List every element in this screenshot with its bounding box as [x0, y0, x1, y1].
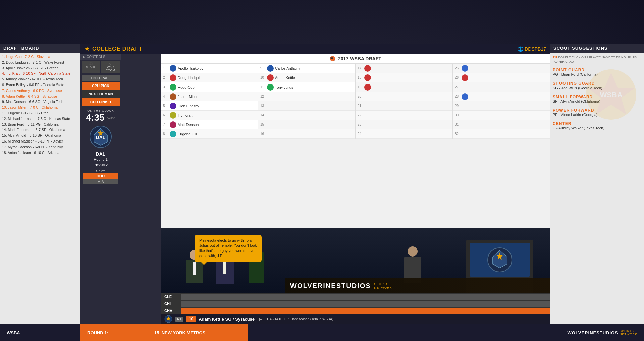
draft-board-item[interactable]: 6. Byron Bailey - 6-0 PF - Georgia State — [2, 82, 78, 88]
scout-position-player[interactable]: C - Aubrey Walker (Texas Tech) — [553, 126, 641, 130]
draft-board-item[interactable]: 16. Michael Madison - 6-10 PF - Xavier — [2, 138, 78, 144]
draft-row: 20 — [356, 92, 452, 101]
draft-row[interactable]: 8Eugene Gill — [161, 129, 258, 139]
player-name[interactable]: Hugo Cop — [178, 85, 195, 89]
draft-row[interactable]: 7Matt Denson — [161, 120, 258, 129]
speech-text: Minnesota elects to go with Tony Julius … — [199, 238, 257, 258]
controls-title: CONTROLS — [87, 55, 105, 59]
draft-row[interactable]: 2Doug Lindquist — [161, 73, 258, 82]
pick-number: 10 — [260, 76, 267, 79]
player-name[interactable]: Dion Grigsby — [178, 104, 199, 108]
draft-board-item[interactable]: 3. Apollo Tsakolov - 6-7 SF - Greece — [2, 65, 78, 71]
college-draft-label: COLLEGE DRAFT — [92, 46, 142, 52]
scout-tip: TIP DOUBLE CLICK ON A PLAYER NAME TO BRI… — [553, 55, 641, 64]
pick-number: Pick #12 — [82, 162, 119, 168]
team-icon — [267, 84, 274, 91]
wsba-draft-header: 🏀 2017 WSBA DRAFT — [161, 54, 550, 64]
team-icon — [170, 131, 176, 137]
cpu-finish-button[interactable]: CPU FINISH — [82, 98, 120, 106]
clock-panel: ON THE CLOCK 4:35 PAUSE DAL — [80, 106, 121, 187]
ticker-row-cle: CLE — [161, 293, 550, 300]
draft-board-item[interactable]: 12. Michael Johnson - 7-3 C - Kansas Sta… — [2, 116, 78, 122]
player-name[interactable]: Carlos Anthony — [275, 66, 300, 70]
pick-number: 12 — [260, 95, 267, 98]
team-icon — [170, 84, 176, 91]
draft-board-item[interactable]: 9. Matt Denson - 6-6 SG - Virginia Tech — [2, 99, 78, 105]
draft-board-item[interactable]: 7. Carlos Anthony - 6-0 PG - Syracuse — [2, 88, 78, 94]
wsba-draft-title: 2017 WSBA DRAFT — [338, 56, 381, 61]
controls-panel: ▶ CONTROLS 🎥 STAGE 📞 WAR ROOM END D — [80, 54, 121, 106]
draft-board-item[interactable]: 4. T.J. Kraft - 6-10 SF - North Carolina… — [2, 71, 78, 76]
player-info-bar: R1 10 Adam Kettle SG / Syracuse ▶ CHA - … — [161, 314, 550, 324]
player-name[interactable]: Apollo Tsakolov — [178, 66, 203, 70]
draft-row[interactable]: 4Jason Miller — [161, 92, 258, 101]
team-logo-area: DAL — [89, 125, 112, 149]
draft-board-item[interactable]: 13. Brian Ford - 5-11 PG - California — [2, 122, 78, 127]
draft-board-item[interactable]: 2. Doug Lindquist - 7-1 C - Wake Forest — [2, 60, 78, 65]
pick-number: 19 — [358, 85, 364, 89]
team-icon — [170, 93, 176, 100]
draft-row[interactable]: 3Hugo Cop — [161, 82, 258, 92]
draft-row[interactable]: 6T.J. Kraft — [161, 111, 258, 120]
end-draft-button[interactable]: END DRAFT — [82, 75, 120, 81]
ticker-team-name: CHI — [161, 300, 181, 307]
draft-board-item[interactable]: 10. Jason Miller - 7-0 C - Oklahoma — [2, 105, 78, 110]
pick-number: 6 — [163, 113, 170, 117]
team-icon — [364, 84, 371, 91]
on-the-clock-label: ON THE CLOCK — [82, 109, 119, 112]
draft-board-item[interactable]: 11. Eugene Gill - 6-9 C - Utah — [2, 110, 78, 116]
player-name[interactable]: T.J. Kraft — [178, 113, 192, 117]
pick-number: 31 — [455, 123, 462, 126]
cpu-pick-button[interactable]: CPU PICK — [82, 82, 120, 90]
draft-board-item[interactable]: 18. Anton Jackson - 6-10 C - Arizona — [2, 150, 78, 156]
play-icon: ▶ — [259, 317, 262, 321]
war-room-button[interactable]: 📞 WAR ROOM — [101, 61, 120, 73]
player-name[interactable]: Jason Miller — [178, 95, 198, 99]
dal-team-logo: DAL — [89, 125, 112, 149]
draft-board-item[interactable]: 17. Myron Jackson - 6-8 PF - Kentucky — [2, 144, 78, 150]
next-team-hou: HOU — [83, 173, 118, 179]
wsba-logo-icon: 🏀 — [330, 56, 335, 61]
player-name[interactable]: Matt Denson — [178, 123, 199, 127]
stage-icon: 🎥 — [84, 62, 98, 65]
pick-number: 22 — [358, 113, 364, 117]
draft-board-item[interactable]: 14. Mark Finneman - 6-7 SF - Oklahoma — [2, 127, 78, 133]
player-name[interactable]: Doug Lindquist — [178, 76, 202, 80]
draft-board-item[interactable]: 15. Alvin Arnold - 6-10 SF - Oklahoma — [2, 133, 78, 138]
draft-table: 🏀 2017 WSBA DRAFT 1Apollo Tsakolov2Doug … — [161, 54, 550, 228]
team-icon — [462, 65, 468, 72]
draft-row[interactable]: 9Carlos Anthony — [258, 64, 355, 73]
scout-position-title: CENTER — [553, 121, 641, 126]
draft-row[interactable]: 11Tony Julius — [258, 82, 355, 92]
draft-row[interactable]: 10Adam Kettle — [258, 73, 355, 82]
draft-row: 23 — [356, 120, 452, 129]
draft-row: 24 — [356, 129, 452, 139]
next-human-button[interactable]: NEXT HUMAN — [82, 90, 120, 98]
war-room-icon: 📞 — [103, 62, 118, 65]
draft-board-item[interactable]: 5. Aubrey Walker - 6-10 C - Texas Tech — [2, 76, 78, 82]
draft-row: 17 — [356, 64, 452, 73]
player-team-icon — [164, 315, 172, 323]
ws-brand-overlay: WOLVERINESTUDIOS SPORTS NETWORK — [285, 278, 550, 293]
stage-button[interactable]: 🎥 STAGE — [82, 61, 100, 73]
draft-board-panel: DRAFT BOARD 1. Hugo Cop - 7-2 C - Sloven… — [0, 44, 80, 324]
bottom-round: ROUND 1: — [80, 324, 148, 341]
pick-number: 29 — [455, 104, 462, 108]
triangle-icon: ▶ — [83, 55, 85, 59]
draft-row: 28 — [453, 92, 550, 101]
ddspb17-label: 🌐 DDSPB17 — [518, 46, 546, 52]
draft-row: 26 — [453, 73, 550, 82]
current-team-name: DAL — [82, 151, 119, 157]
war-room-label: WAR ROOM — [103, 65, 118, 72]
draft-columns: 1Apollo Tsakolov2Doug Lindquist3Hugo Cop… — [161, 64, 550, 139]
draft-board-item[interactable]: 1. Hugo Cop - 7-2 C - Slovenia — [2, 54, 78, 60]
player-name[interactable]: Adam Kettle — [275, 76, 295, 80]
draft-row[interactable]: 1Apollo Tsakolov — [161, 64, 258, 73]
player-name[interactable]: Eugene Gill — [178, 132, 197, 136]
pick-number: 13 — [260, 104, 267, 108]
draft-row[interactable]: 5Dion Grigsby — [161, 101, 258, 111]
draft-board-item[interactable]: 8. Adam Kettle - 6-4 SG - Syracuse — [2, 94, 78, 99]
player-name[interactable]: Tony Julius — [275, 85, 293, 89]
pick-number: 11 — [260, 85, 267, 89]
user-id: DDSPB17 — [525, 46, 546, 52]
